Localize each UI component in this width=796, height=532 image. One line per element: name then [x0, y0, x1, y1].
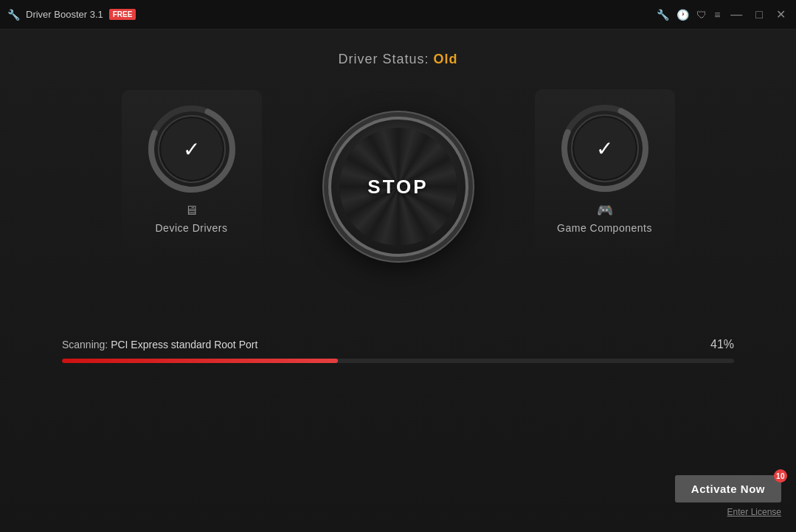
- stop-label: STOP: [367, 176, 428, 198]
- bottom-actions: Activate Now 10 Enter License: [675, 475, 796, 532]
- device-drivers-label-area: 🖥 Device Drivers: [155, 203, 227, 235]
- free-badge: FREE: [109, 9, 136, 20]
- wrench-icon[interactable]: 🔧: [657, 9, 669, 21]
- maximize-button[interactable]: □: [752, 8, 766, 21]
- game-components-label: Game Components: [557, 222, 652, 234]
- scan-percent: 41%: [710, 338, 734, 351]
- title-bar: 🔧 Driver Booster 3.1 FREE 🔧 🕐 🛡 ≡ — □ ✕: [0, 0, 796, 30]
- progress-bar-fill: [62, 359, 338, 363]
- progress-bar-background: [62, 359, 734, 363]
- title-bar-controls: 🔧 🕐 🛡 ≡ — □ ✕: [657, 7, 789, 21]
- device-drivers-label: Device Drivers: [155, 222, 227, 234]
- close-button[interactable]: ✕: [773, 7, 789, 21]
- game-components-gauge: ✓ 🎮 Game Components: [535, 89, 675, 249]
- minimize-button[interactable]: —: [727, 8, 745, 21]
- game-components-check: ✓: [596, 137, 613, 161]
- app-title: Driver Booster 3.1: [26, 9, 103, 20]
- scan-prefix: Scanning:: [62, 339, 108, 350]
- shield-icon[interactable]: 🛡: [696, 9, 707, 21]
- game-components-dial: ✓: [557, 100, 653, 196]
- notification-badge: 10: [774, 469, 787, 483]
- stop-button-inner: STOP: [339, 128, 457, 246]
- scan-item: PCI Express standard Root Port: [111, 339, 257, 350]
- activate-label: Activate Now: [691, 483, 765, 495]
- stop-button[interactable]: STOP: [328, 117, 468, 257]
- settings-icon: 🔧: [7, 9, 20, 21]
- driver-status-label: Driver Status:: [338, 52, 429, 66]
- history-icon[interactable]: 🕐: [676, 9, 689, 21]
- scan-info: Scanning: PCI Express standard Root Port…: [62, 338, 734, 351]
- gauges-area: ✓ 🖥 Device Drivers STOP: [0, 89, 796, 249]
- device-drivers-gauge: ✓ 🖥 Device Drivers: [122, 90, 262, 249]
- menu-icon[interactable]: ≡: [714, 9, 720, 21]
- stop-button-container: STOP: [328, 117, 468, 257]
- scan-text: Scanning: PCI Express standard Root Port: [62, 339, 257, 350]
- scan-area: Scanning: PCI Express standard Root Port…: [40, 338, 756, 363]
- device-drivers-dial: ✓: [144, 101, 240, 197]
- activate-now-button[interactable]: Activate Now 10: [675, 475, 781, 502]
- main-content: Driver Status: Old ✓ 🖥 Device Driv: [0, 30, 796, 532]
- driver-status: Driver Status: Old: [338, 52, 457, 67]
- game-components-label-area: 🎮 Game Components: [557, 202, 652, 235]
- title-bar-left: 🔧 Driver Booster 3.1 FREE: [7, 9, 136, 21]
- enter-license-link[interactable]: Enter License: [727, 507, 781, 517]
- driver-status-value: Old: [434, 52, 458, 66]
- device-drivers-check: ✓: [183, 137, 200, 162]
- monitor-icon: 🖥: [155, 203, 227, 218]
- gamepad-icon: 🎮: [557, 202, 652, 218]
